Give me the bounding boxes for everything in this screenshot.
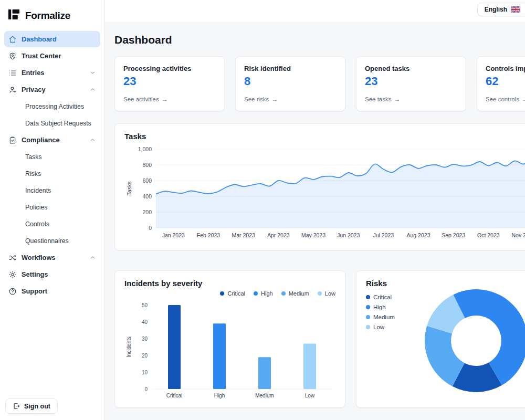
sidebar-subitem-data-subject-requests[interactable]: Data Subject Requests [4, 115, 100, 131]
page-title: Dashboard [114, 34, 525, 46]
sidebar-item-label: Trust Center [22, 52, 61, 60]
uk-flag-icon [511, 6, 520, 13]
chevron-up-icon [89, 136, 96, 143]
sidebar-subitem-incidents[interactable]: Incidents [4, 182, 100, 198]
svg-text:May 2023: May 2023 [301, 232, 326, 238]
sidebar-subitem-tasks[interactable]: Tasks [4, 149, 100, 165]
stat-value: 62 [486, 75, 525, 88]
sidebar-item-label: Workflows [22, 254, 55, 261]
sidebar-subitem-controls[interactable]: Controls [4, 216, 100, 232]
svg-text:Tasks: Tasks [126, 182, 132, 196]
sidebar-subitem-questionnaires[interactable]: Questionnaires [4, 233, 100, 249]
stat-label: Controls implemented [486, 65, 525, 72]
svg-text:Low: Low [305, 393, 315, 398]
svg-text:50: 50 [142, 302, 148, 308]
sidebar-item-compliance[interactable]: Compliance [4, 132, 100, 148]
see-activities-link[interactable]: See activities → [123, 96, 216, 103]
stat-label: Opened tasks [365, 65, 457, 72]
svg-text:0: 0 [144, 386, 148, 392]
content: Dashboard Processing activities 23 See a… [105, 22, 525, 420]
svg-text:Medium: Medium [255, 393, 274, 398]
sidebar-item-trust-center[interactable]: Trust Center [4, 48, 100, 64]
risks-card-title: Risks [366, 279, 525, 288]
sidebar-item-support[interactable]: Support [4, 283, 100, 299]
sidebar-subitem-processing-activities[interactable]: Processing Activities [4, 98, 100, 114]
legend-item-critical: Critical [220, 290, 245, 297]
sidebar-subitem-risks[interactable]: Risks [4, 165, 100, 182]
legend-dot [220, 291, 224, 296]
stat-cards-row: Processing activities 23 See activities … [114, 56, 525, 111]
stat-value: 23 [365, 75, 457, 88]
arrow-right-icon: → [162, 96, 168, 103]
sidebar-item-dashboard[interactable]: Dashboard [4, 31, 100, 47]
svg-text:10: 10 [142, 370, 148, 375]
svg-text:0: 0 [149, 225, 152, 231]
svg-text:400: 400 [142, 193, 152, 200]
sign-out-label: Sign out [24, 403, 50, 410]
tasks-card-title: Tasks [124, 132, 525, 141]
main: English Dashboard Processing activities … [105, 0, 525, 420]
svg-text:40: 40 [142, 319, 148, 325]
svg-text:Feb 2023: Feb 2023 [197, 232, 220, 238]
clipboard-check-icon [8, 136, 17, 144]
svg-text:20: 20 [142, 353, 148, 359]
sidebar-item-label: Dashboard [22, 35, 57, 43]
stat-value: 23 [123, 75, 216, 88]
svg-text:200: 200 [142, 209, 152, 215]
svg-text:Aug 2023: Aug 2023 [407, 232, 430, 238]
sidebar-nav: DashboardTrust CenterEntriesPrivacyProce… [0, 30, 104, 299]
svg-text:Incidents: Incidents [126, 337, 132, 358]
svg-text:1,000: 1,000 [138, 146, 152, 152]
svg-text:Sep 2023: Sep 2023 [442, 232, 465, 238]
sidebar-item-entries[interactable]: Entries [4, 65, 100, 81]
sidebar-item-workflows[interactable]: Workflows [4, 249, 100, 266]
arrow-right-icon: → [271, 96, 278, 103]
legend-dot [318, 291, 322, 296]
stat-label: Processing activities [123, 65, 216, 72]
workflow-icon [8, 254, 17, 262]
sidebar-item-label: Privacy [22, 86, 46, 93]
gear-icon [8, 270, 17, 279]
stat-card-controls-implemented: Controls implemented 62 See controls → [477, 56, 525, 111]
bottom-row: Incidents by severity CriticalHighMedium… [114, 270, 525, 408]
see-risks-link[interactable]: See risks → [244, 96, 337, 103]
brand: Formalize [0, 0, 104, 30]
sidebar-subitem-policies[interactable]: Policies [4, 199, 100, 215]
language-selector[interactable]: English [477, 3, 525, 16]
incidents-card-title: Incidents by severity [124, 279, 335, 288]
sign-out-icon [13, 402, 20, 410]
tasks-card: Tasks 02004006008001,000Jan 2023Feb 2023… [114, 123, 525, 250]
svg-text:Critical: Critical [166, 393, 183, 398]
stat-card-risk-identified: Risk identified 8 See risks → [235, 56, 345, 111]
list-icon [8, 69, 17, 77]
sidebar-item-privacy[interactable]: Privacy [4, 81, 100, 98]
question-circle-icon [8, 287, 17, 296]
see-tasks-link[interactable]: See tasks → [365, 96, 457, 103]
incidents-bar-chart: 01020304050CriticalHighMediumLowIncident… [124, 301, 335, 404]
svg-text:Jan 2023: Jan 2023 [162, 232, 185, 238]
legend-item-low: Low [318, 290, 335, 297]
svg-text:600: 600 [142, 177, 152, 184]
chevron-up-icon [89, 86, 96, 93]
incidents-legend: CriticalHighMediumLow [124, 289, 335, 298]
brand-name: Formalize [25, 10, 70, 22]
formalize-logo-icon [7, 8, 20, 23]
svg-text:High: High [214, 393, 225, 398]
sidebar-item-settings[interactable]: Settings [4, 266, 100, 282]
sidebar-item-label: Compliance [22, 136, 60, 144]
topbar: English [105, 0, 525, 22]
sign-out-button[interactable]: Sign out [5, 398, 58, 414]
sidebar-item-label: Entries [22, 69, 44, 77]
user-key-icon [8, 86, 17, 94]
stat-card-opened-tasks: Opened tasks 23 See tasks → [356, 56, 466, 111]
svg-text:Jun 2023: Jun 2023 [337, 232, 360, 238]
chevron-down-icon [89, 69, 96, 76]
legend-dot [281, 291, 286, 296]
svg-text:Apr 2023: Apr 2023 [267, 232, 290, 238]
legend-dot [366, 315, 370, 319]
risks-donut-chart [424, 288, 525, 393]
svg-text:800: 800 [142, 162, 152, 168]
app-root: Formalize DashboardTrust CenterEntriesPr… [0, 0, 525, 420]
legend-dot [366, 325, 370, 329]
see-controls-link[interactable]: See controls → [486, 96, 525, 103]
